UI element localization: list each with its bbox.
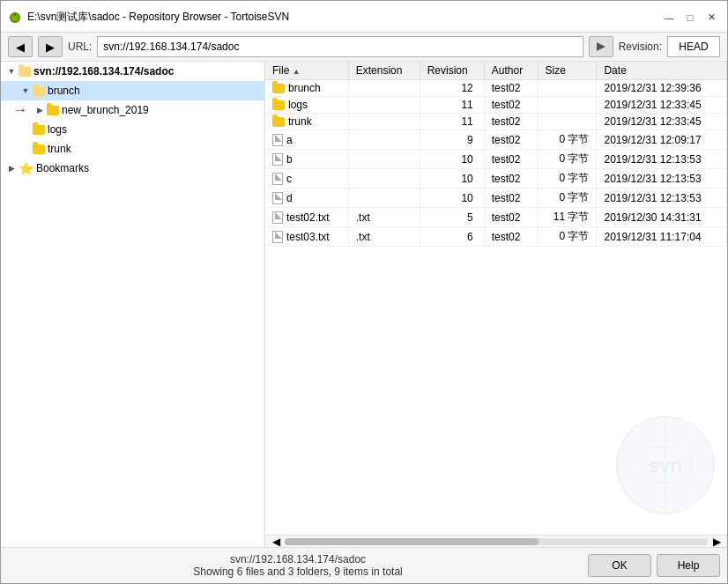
file-cell: c xyxy=(272,173,341,185)
file-size: 0 字节 xyxy=(538,227,597,247)
tree-item-bookmarks[interactable]: ▶ ⭐ Bookmarks xyxy=(1,159,264,178)
file-table[interactable]: File ▲ Extension Revision Author Size Da… xyxy=(265,62,727,535)
file-doc-icon xyxy=(272,192,283,204)
file-cell: test03.txt xyxy=(272,231,341,243)
file-list-table: File ▲ Extension Revision Author Size Da… xyxy=(265,62,727,247)
table-row[interactable]: d10test020 字节2019/12/31 12:13:53 xyxy=(265,189,727,208)
file-revision: 10 xyxy=(420,150,484,169)
logs-folder-icon xyxy=(33,125,45,135)
table-row[interactable]: b10test020 字节2019/12/31 12:13:53 xyxy=(265,150,727,169)
col-file[interactable]: File ▲ xyxy=(265,62,348,80)
new-brunch-toggle[interactable]: ▶ xyxy=(33,103,47,117)
new-brunch-folder-icon xyxy=(47,106,59,115)
table-row[interactable]: a9test020 字节2019/12/31 12:09:17 xyxy=(265,130,727,150)
file-revision: 11 xyxy=(420,114,484,130)
scroll-left-btn[interactable]: ◀ xyxy=(267,536,285,548)
file-author: test02 xyxy=(484,150,538,169)
scroll-thumb[interactable] xyxy=(285,538,539,545)
file-date: 2019/12/31 12:13:53 xyxy=(597,169,727,189)
url-input[interactable] xyxy=(97,36,583,57)
col-date[interactable]: Date xyxy=(597,62,727,80)
file-extension: .txt xyxy=(348,208,420,227)
file-revision: 6 xyxy=(420,227,484,247)
col-author[interactable]: Author xyxy=(484,62,538,80)
file-name: brunch xyxy=(288,82,321,94)
file-extension xyxy=(348,80,420,97)
file-cell: b xyxy=(272,153,341,166)
status-bar: svn://192.168.134.174/sadoc Showing 6 fi… xyxy=(1,547,727,583)
tree-item-new-brunch[interactable]: ▶ new_brunch_2019 → xyxy=(1,100,264,120)
file-panel: File ▲ Extension Revision Author Size Da… xyxy=(265,62,727,547)
brunch-toggle[interactable]: ▼ xyxy=(19,84,33,98)
file-extension xyxy=(348,169,420,189)
file-extension xyxy=(348,97,420,114)
file-author: test02 xyxy=(484,130,538,150)
table-row[interactable]: c10test020 字节2019/12/31 12:13:53 xyxy=(265,169,727,189)
scroll-track[interactable] xyxy=(285,538,708,545)
tree-item-logs[interactable]: ▶ logs xyxy=(1,120,264,139)
file-table-body: brunch12test022019/12/31 12:39:36logs11t… xyxy=(265,80,727,247)
star-icon: ⭐ xyxy=(19,161,33,175)
tree-item-trunk[interactable]: ▶ trunk xyxy=(1,139,264,159)
file-date: 2019/12/31 12:33:45 xyxy=(597,97,727,114)
col-revision[interactable]: Revision xyxy=(420,62,484,80)
file-revision: 10 xyxy=(420,169,484,189)
col-size[interactable]: Size xyxy=(538,62,597,80)
status-url: svn://192.168.134.174/sadoc xyxy=(8,553,588,566)
go-icon xyxy=(595,41,607,53)
revision-input[interactable] xyxy=(667,36,720,57)
tree-item-brunch[interactable]: ▼ brunch xyxy=(1,81,264,100)
file-date: 2019/12/30 14:31:31 xyxy=(597,208,727,227)
file-size: 0 字节 xyxy=(538,169,597,189)
root-toggle[interactable]: ▼ xyxy=(4,64,19,78)
help-button[interactable]: Help xyxy=(657,554,720,577)
forward-button[interactable]: ▶ xyxy=(38,36,63,57)
brunch-folder-icon xyxy=(33,86,45,96)
file-author: test02 xyxy=(484,114,538,130)
file-author: test02 xyxy=(484,227,538,247)
file-size: 0 字节 xyxy=(538,130,597,150)
bookmarks-toggle[interactable]: ▶ xyxy=(4,161,19,175)
trunk-folder-icon xyxy=(33,144,45,154)
horizontal-scrollbar[interactable]: ◀ ▶ xyxy=(265,535,727,547)
file-extension xyxy=(348,114,420,130)
table-row[interactable]: brunch12test022019/12/31 12:39:36 xyxy=(265,80,727,97)
tree-root-label: svn://192.168.134.174/sadoc xyxy=(33,65,174,78)
folder-icon xyxy=(272,100,285,110)
table-header-row: File ▲ Extension Revision Author Size Da… xyxy=(265,62,727,80)
tree-item-brunch-label: brunch xyxy=(48,85,80,97)
tortoise-icon xyxy=(8,11,22,25)
table-row[interactable]: trunk11test022019/12/31 12:33:45 xyxy=(265,114,727,130)
file-name: d xyxy=(286,192,293,204)
file-doc-icon xyxy=(272,134,283,146)
file-cell: brunch xyxy=(272,82,341,94)
tree-root[interactable]: ▼ svn://192.168.134.174/sadoc xyxy=(1,62,264,81)
table-row[interactable]: test02.txt.txt5test0211 字节2019/12/30 14:… xyxy=(265,208,727,227)
minimize-button[interactable]: — xyxy=(660,9,678,26)
ok-button[interactable]: OK xyxy=(588,554,651,577)
file-date: 2019/12/31 12:13:53 xyxy=(597,150,727,169)
file-name: c xyxy=(286,173,292,185)
scroll-right-btn[interactable]: ▶ xyxy=(708,536,725,548)
folder-icon xyxy=(272,84,285,93)
table-row[interactable]: test03.txt.txt6test020 字节2019/12/31 11:1… xyxy=(265,227,727,247)
back-button[interactable]: ◀ xyxy=(8,36,33,57)
table-row[interactable]: logs11test022019/12/31 12:33:45 xyxy=(265,97,727,114)
file-doc-icon xyxy=(272,231,283,243)
file-extension xyxy=(348,130,420,150)
col-extension[interactable]: Extension xyxy=(348,62,420,80)
file-date: 2019/12/31 12:13:53 xyxy=(597,189,727,208)
maximize-button[interactable]: □ xyxy=(681,9,699,26)
file-revision: 10 xyxy=(420,189,484,208)
file-doc-icon xyxy=(272,153,283,166)
revision-label: Revision: xyxy=(619,41,662,53)
go-button[interactable] xyxy=(589,36,613,57)
file-author: test02 xyxy=(484,189,538,208)
tree-item-trunk-label: trunk xyxy=(48,143,71,155)
file-author: test02 xyxy=(484,80,538,97)
file-extension: .txt xyxy=(348,227,420,247)
file-size: 0 字节 xyxy=(538,150,597,169)
close-button[interactable]: ✕ xyxy=(702,9,720,26)
file-doc-icon xyxy=(272,173,283,185)
file-size: 11 字节 xyxy=(538,208,597,227)
